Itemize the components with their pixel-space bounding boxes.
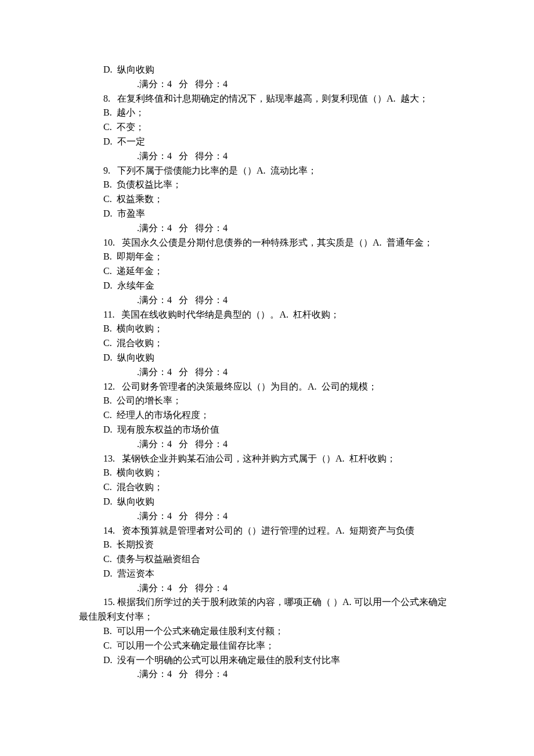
option-text: D. 永续年金 xyxy=(79,279,455,293)
option-text: D. 没有一个明确的公式可以用来确定最佳的股利支付比率 xyxy=(79,653,455,668)
question-stem: 8. 在复利终值和计息期确定的情况下，贴现率越高，则复利现值（）A. 越大； xyxy=(79,92,455,106)
option-text: C. 混合收购； xyxy=(79,480,455,495)
score-line: .满分：4 分 得分：4 xyxy=(79,77,455,92)
question-stem: 13. 某钢铁企业并购某石油公司，这种并购方式属于（）A. 杠杆收购； xyxy=(79,452,455,466)
option-text: B. 长期投资 xyxy=(79,538,455,552)
score-line: .满分：4 分 得分：4 xyxy=(79,509,455,524)
question-stem: 14. 资本预算就是管理者对公司的（）进行管理的过程。A. 短期资产与负债 xyxy=(79,524,455,538)
option-text: D. 纵向收购 xyxy=(79,63,455,77)
option-text: D. 纵向收购 xyxy=(79,351,455,365)
option-text: D. 纵向收购 xyxy=(79,495,455,509)
question-stem: 11. 美国在线收购时代华纳是典型的（）。A. 杠杆收购； xyxy=(79,308,455,322)
score-line: .满分：4 分 得分：4 xyxy=(79,365,455,380)
score-line: .满分：4 分 得分：4 xyxy=(79,667,455,682)
option-text: D. 现有股东权益的市场价值 xyxy=(79,423,455,437)
option-text: B. 即期年金； xyxy=(79,250,455,264)
score-line: .满分：4 分 得分：4 xyxy=(79,221,455,236)
document-page: D. 纵向收购 .满分：4 分 得分：4 8. 在复利终值和计息期确定的情况下，… xyxy=(0,0,534,717)
option-text: B. 负债权益比率； xyxy=(79,178,455,192)
option-text: C. 权益乘数； xyxy=(79,192,455,207)
score-line: .满分：4 分 得分：4 xyxy=(79,581,455,596)
option-text: C. 可以用一个公式来确定最佳留存比率； xyxy=(79,639,455,653)
option-text: D. 不一定 xyxy=(79,135,455,149)
question-stem: 12. 公司财务管理者的决策最终应以（）为目的。A. 公司的规模； xyxy=(79,380,455,394)
option-text: C. 债务与权益融资组合 xyxy=(79,552,455,567)
option-text: C. 混合收购； xyxy=(79,336,455,351)
option-text: D. 营运资本 xyxy=(79,567,455,581)
score-line: .满分：4 分 得分：4 xyxy=(79,149,455,164)
option-text: B. 越小； xyxy=(79,106,455,120)
option-text: D. 市盈率 xyxy=(79,207,455,221)
option-text: B. 可以用一个公式来确定最佳股利支付额； xyxy=(79,624,455,639)
option-text: B. 公司的增长率； xyxy=(79,394,455,408)
score-line: .满分：4 分 得分：4 xyxy=(79,293,455,308)
option-text: B. 横向收购； xyxy=(79,466,455,480)
option-text: C. 经理人的市场化程度； xyxy=(79,408,455,423)
option-text: C. 不变； xyxy=(79,120,455,135)
option-text: C. 递延年金； xyxy=(79,264,455,279)
question-stem: 15. 根据我们所学过的关于股利政策的内容，哪项正确（ ）A. 可以用一个公式来… xyxy=(79,595,455,624)
question-stem: 9. 下列不属于偿债能力比率的是（）A. 流动比率； xyxy=(79,164,455,178)
question-stem: 10. 英国永久公债是分期付息债券的一种特殊形式，其实质是（）A. 普通年金； xyxy=(79,236,455,250)
score-line: .满分：4 分 得分：4 xyxy=(79,437,455,452)
option-text: B. 横向收购； xyxy=(79,322,455,336)
